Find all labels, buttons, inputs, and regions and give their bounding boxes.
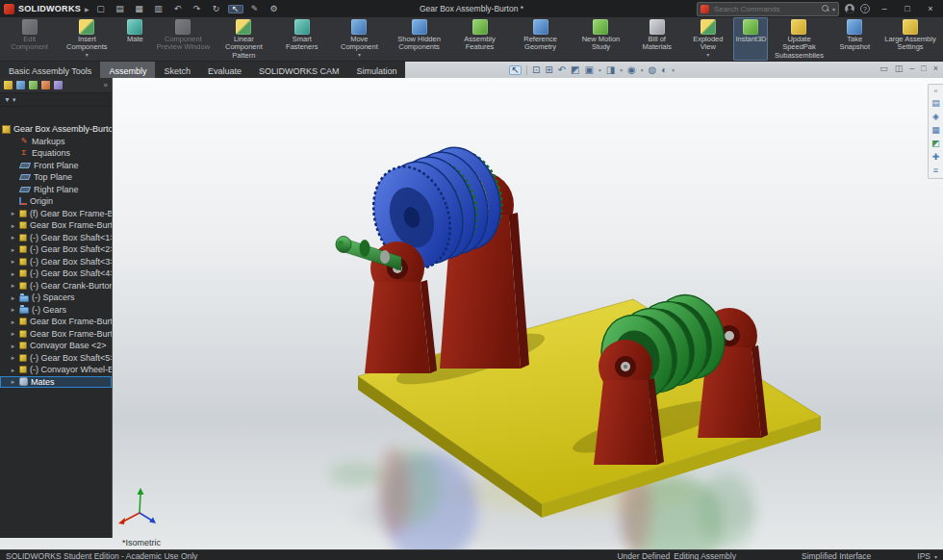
search-input[interactable] — [712, 4, 819, 14]
component-preview-window-button[interactable]: Component Preview Window — [153, 17, 213, 61]
expand-arrow-icon[interactable]: ▸ — [10, 378, 16, 385]
new-document-button[interactable]: ▢ — [93, 5, 109, 13]
restore-button[interactable]: □ — [899, 4, 916, 13]
assembly-features-button[interactable]: Assembly Features — [450, 17, 510, 61]
tree-item-top-plane[interactable]: Top Plane — [0, 171, 112, 184]
caret-down-icon[interactable]: ▾ — [672, 67, 675, 73]
displaymanager-tab-icon[interactable] — [54, 81, 63, 89]
doc-minimize-button[interactable]: – — [909, 64, 914, 73]
caret-down-icon[interactable]: ▾ — [706, 52, 709, 59]
filter-funnel-icon[interactable]: ▼ — [4, 96, 11, 103]
open-button[interactable]: ▤ — [113, 5, 128, 13]
tree-item-convayor-base[interactable]: ▸ Convayor Base <2> — [0, 340, 112, 352]
tree-item-origin[interactable]: Origin — [0, 195, 112, 208]
tree-item-shaft-3[interactable]: ▸ (-) Gear Box Shaft<3> (Def... — [0, 256, 112, 268]
tree-item-crank[interactable]: ▸ (-) Gear Crank-Burton<... — [0, 280, 112, 293]
doc-close-button[interactable]: × — [933, 64, 938, 73]
units-selector[interactable]: IPS — [917, 551, 930, 560]
expand-arrow-icon[interactable]: ▸ — [10, 210, 16, 216]
view-palette-tab-icon[interactable]: ◩ — [931, 140, 940, 148]
new-motion-study-button[interactable]: New Motion Study — [572, 17, 631, 61]
tree-item-markups[interactable]: ✎ Markups — [0, 136, 112, 148]
user-account-icon[interactable] — [845, 4, 854, 13]
caret-down-icon[interactable]: ▾ — [86, 52, 89, 59]
appearances-tab-icon[interactable]: ✚ — [932, 153, 940, 162]
tree-item-front-plane[interactable]: Front Plane — [0, 160, 112, 172]
command-search[interactable]: ▾ — [697, 2, 839, 16]
large-assembly-settings-button[interactable]: Large Assembly Settings — [880, 17, 940, 61]
move-component-button[interactable]: Move Component ▾ — [330, 17, 388, 61]
reference-geometry-button[interactable]: Reference Geometry — [511, 17, 571, 61]
caret-down-icon[interactable]: ▾ — [599, 67, 601, 73]
previous-view-icon[interactable]: ↶ — [558, 65, 566, 75]
tab-assembly[interactable]: Assembly — [100, 62, 155, 78]
expand-arrow-icon[interactable]: ▸ — [10, 222, 16, 229]
expand-arrow-icon[interactable]: ▸ — [10, 306, 16, 313]
expand-arrow-icon[interactable]: ▸ — [10, 246, 16, 253]
select-cursor-icon[interactable]: ↖ — [509, 65, 521, 75]
tree-item-spacers-folder[interactable]: ▸ (-) Spacers — [0, 292, 112, 304]
doc-restore-button[interactable]: □ — [921, 64, 926, 73]
minimize-button[interactable]: – — [876, 4, 893, 13]
tab-solidworks-cam[interactable]: SOLIDWORKS CAM — [250, 62, 348, 78]
tree-item-gears-folder[interactable]: ▸ (-) Gears — [0, 304, 112, 317]
tree-item-frame-1[interactable]: ▸ (f) Gear Box Frame-Burt... — [0, 208, 112, 220]
tree-item-shaft-4[interactable]: ▸ (-) Gear Box Shaft<4> (Def... — [0, 267, 112, 280]
search-icon[interactable] — [822, 5, 829, 13]
resources-tab-icon[interactable]: ▤ — [931, 99, 940, 108]
model-viewport[interactable]: *Isometric « ▤ ◈ ▦ ◩ ✚ ≡ — [113, 78, 943, 549]
tree-item-root[interactable]: Gear Box Assembly-Burton — [0, 123, 112, 136]
expand-arrow-icon[interactable]: ▸ — [10, 258, 16, 265]
tree-item-equations[interactable]: Σ Equations — [0, 147, 112, 160]
featuremanager-tab-icon[interactable] — [4, 81, 13, 89]
units-caret-icon[interactable]: ▾ — [934, 553, 937, 560]
brand-caret-icon[interactable]: ▶ — [85, 6, 89, 13]
smart-fasteners-button[interactable]: Smart Fasteners — [274, 17, 329, 61]
caret-down-icon[interactable]: ▾ — [641, 67, 644, 73]
display-style-icon[interactable]: ◨ — [606, 65, 615, 75]
exploded-view-button[interactable]: Exploded View ▾ — [683, 17, 732, 61]
overflow-chevron-icon[interactable]: » — [104, 81, 108, 89]
design-library-tab-icon[interactable]: ◈ — [932, 113, 939, 121]
instant3d-button[interactable]: Instant3D — [733, 17, 768, 61]
show-hidden-components-button[interactable]: Show Hidden Components — [390, 17, 449, 61]
tree-item-frame-5[interactable]: ▸ Gear Box Frame-Burton<5... — [0, 316, 112, 328]
tree-item-shaft-1[interactable]: ▸ (-) Gear Box Shaft<1> (Ma... — [0, 232, 112, 244]
edit-component-button[interactable]: Edit Component — [3, 17, 56, 61]
tree-item-frame-2[interactable]: ▸ Gear Box Frame-Burton — [0, 219, 112, 232]
print-button[interactable]: ▥ — [151, 5, 166, 13]
mate-button[interactable]: Mate — [117, 17, 152, 61]
expand-arrow-icon[interactable]: ▸ — [10, 330, 16, 337]
section-view-icon[interactable]: ◩ — [571, 65, 579, 75]
edit-appearance-icon[interactable]: ◍ — [648, 65, 656, 75]
expand-arrow-icon[interactable]: ▸ — [10, 270, 16, 277]
propertymanager-tab-icon[interactable] — [16, 81, 25, 89]
expand-arrow-icon[interactable]: ▸ — [10, 354, 16, 361]
custom-properties-tab-icon[interactable]: ≡ — [933, 166, 938, 175]
configurationmanager-tab-icon[interactable] — [29, 81, 38, 89]
filter-caret-icon[interactable]: ▾ — [13, 96, 16, 104]
tree-item-mates[interactable]: ▸ Mates — [0, 376, 112, 389]
pane-split-icon[interactable]: ▭ — [879, 64, 888, 73]
linear-component-pattern-button[interactable]: Linear Component Pattern ▾ — [214, 17, 273, 61]
undo-button[interactable]: ↶ — [170, 5, 186, 13]
expand-arrow-icon[interactable]: ▸ — [10, 318, 16, 325]
update-speedpak-button[interactable]: Update SpeedPak Subassemblies — [769, 17, 828, 61]
tree-item-convayor-wheel[interactable]: ▸ (-) Convayor Wheel-Bu... — [0, 364, 112, 376]
close-button[interactable]: × — [922, 4, 939, 13]
zoom-fit-icon[interactable]: ⊡ — [532, 65, 540, 75]
caret-down-icon[interactable]: ▾ — [620, 67, 623, 73]
bill-of-materials-button[interactable]: Bill of Materials — [631, 17, 682, 61]
take-snapshot-button[interactable]: Take Snapshot — [829, 17, 879, 61]
collapse-pane-icon[interactable]: « — [934, 88, 938, 94]
hide-show-items-icon[interactable]: ◉ — [627, 65, 636, 75]
select-tool-button[interactable]: ↖ — [228, 5, 243, 13]
dimxpertmanager-tab-icon[interactable] — [41, 81, 50, 89]
caret-down-icon[interactable]: ▾ — [358, 52, 361, 59]
options-button[interactable]: ⚙ — [267, 5, 282, 13]
tree-item-shaft-5[interactable]: ▸ (-) Gear Box Shaft<5> (... — [0, 352, 112, 365]
tab-sketch[interactable]: Sketch — [155, 62, 199, 78]
pane-layout-icon[interactable]: ◫ — [895, 64, 904, 73]
rebuild-button[interactable]: ↻ — [209, 5, 224, 13]
expand-arrow-icon[interactable]: ▸ — [10, 234, 16, 241]
